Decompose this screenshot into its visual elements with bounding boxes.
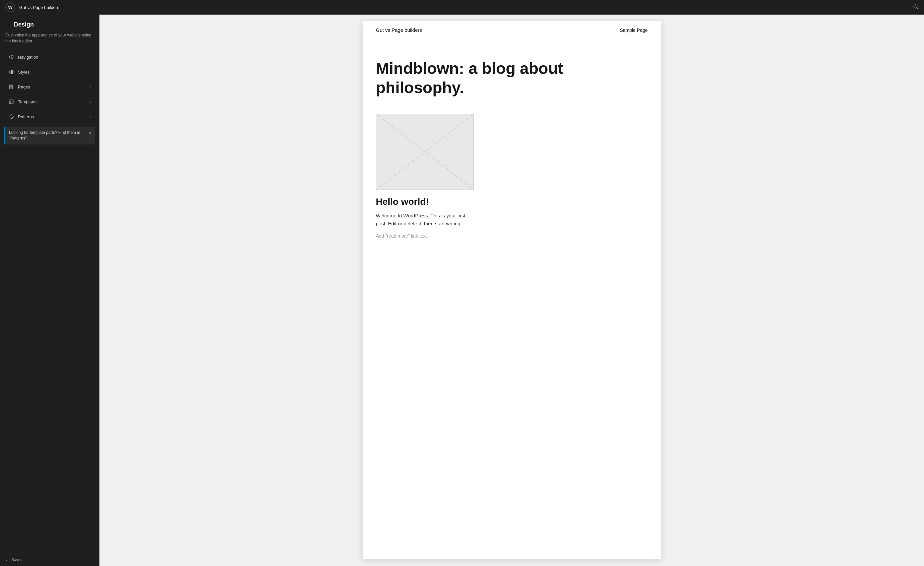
sidebar-item-label: Pages	[18, 84, 90, 90]
sidebar-item-navigation[interactable]: Navigation ›	[3, 50, 96, 64]
sidebar-item-label: Patterns	[18, 114, 90, 119]
post-excerpt: Welcome to WordPress. This is your first…	[376, 212, 476, 228]
preview-nav-link[interactable]: Sample Page	[620, 27, 648, 33]
preview-content: Mindblown: a blog about philosophy. Hell…	[363, 39, 661, 252]
sidebar-header: ← Design	[0, 15, 99, 32]
post-title: Hello world!	[376, 196, 476, 207]
read-more-link[interactable]: Add "read more" link text	[376, 233, 427, 239]
main-layout: ← Design Customize the appearance of you…	[0, 15, 924, 566]
sidebar-item-label: Navigation	[18, 55, 90, 60]
svg-rect-4	[10, 85, 13, 89]
svg-line-1	[917, 7, 918, 9]
close-icon[interactable]: ×	[88, 130, 91, 136]
sidebar-title: Design	[14, 21, 34, 28]
sidebar-item-styles[interactable]: Styles ›	[3, 64, 96, 79]
templates-icon	[8, 99, 15, 105]
notice-box: Looking for template parts? Find them in…	[4, 127, 95, 144]
sidebar-navigation: Navigation › Styles ›	[0, 49, 99, 553]
top-bar: W Gut vs Page builders	[0, 0, 924, 15]
preview-site-title: Gut vs Page builders	[376, 27, 422, 33]
wordpress-logo[interactable]: W	[5, 2, 15, 12]
svg-rect-8	[9, 100, 13, 104]
search-icon[interactable]	[913, 4, 919, 11]
styles-icon	[8, 69, 15, 75]
saved-check-icon: ✓	[5, 557, 9, 562]
sidebar-item-label: Templates	[18, 99, 90, 104]
preview-area: Gut vs Page builders Sample Page Mindblo…	[99, 15, 924, 566]
svg-point-0	[914, 4, 917, 8]
blog-title: Mindblown: a blog about philosophy.	[376, 59, 648, 97]
chevron-right-icon: ›	[90, 85, 91, 89]
post-card: Hello world! Welcome to WordPress. This …	[376, 114, 476, 239]
sidebar-description: Customize the appearance of your website…	[0, 32, 99, 49]
chevron-right-icon: ›	[90, 115, 91, 118]
navigation-icon	[8, 54, 15, 60]
notice-text: Looking for template parts? Find them in…	[9, 130, 86, 141]
preview-header: Gut vs Page builders Sample Page	[363, 21, 661, 39]
sidebar-footer: ✓ Saved	[0, 553, 99, 566]
sidebar-item-templates[interactable]: Templates ›	[3, 94, 96, 109]
svg-rect-6	[10, 87, 13, 87]
sidebar: ← Design Customize the appearance of you…	[0, 15, 99, 566]
sidebar-item-label: Styles	[18, 70, 90, 75]
preview-frame: Gut vs Page builders Sample Page Mindblo…	[363, 21, 661, 559]
chevron-right-icon: ›	[90, 70, 91, 74]
top-bar-title: Gut vs Page builders	[19, 5, 909, 10]
patterns-icon	[8, 113, 15, 120]
chevron-right-icon: ›	[90, 100, 91, 104]
sidebar-item-pages[interactable]: Pages ›	[3, 79, 96, 94]
saved-label: Saved	[11, 557, 22, 562]
back-button[interactable]: ←	[5, 22, 10, 28]
post-image-placeholder	[376, 114, 474, 190]
sidebar-item-patterns[interactable]: Patterns ›	[3, 109, 96, 124]
pages-icon	[8, 84, 15, 90]
chevron-right-icon: ›	[90, 55, 91, 59]
svg-rect-5	[10, 85, 12, 86]
